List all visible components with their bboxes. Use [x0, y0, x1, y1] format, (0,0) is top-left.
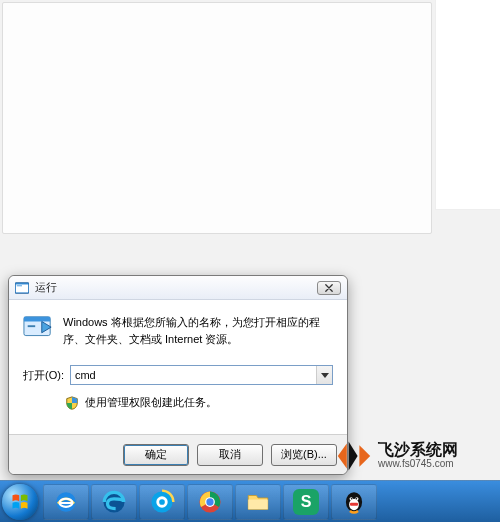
open-label: 打开(O):	[23, 368, 64, 383]
taskbar-item-explorer[interactable]	[235, 484, 281, 520]
side-panel	[435, 0, 500, 210]
wps-spreadsheet-icon: S	[293, 489, 319, 515]
cancel-button[interactable]: 取消	[197, 444, 263, 466]
taskbar-item-wps[interactable]: S	[283, 484, 329, 520]
run-program-icon	[23, 314, 53, 340]
run-dialog: 运行 Windows 将根据您所输入的名称，为您打开相应的程序、文件夹、文档或 …	[8, 275, 348, 475]
taskbar-item-qqbrowser[interactable]	[139, 484, 185, 520]
svg-rect-23	[350, 502, 358, 505]
svg-rect-2	[17, 285, 22, 286]
run-dialog-title: 运行	[35, 280, 317, 295]
svg-point-22	[356, 497, 358, 499]
taskbar: S	[0, 480, 500, 522]
file-explorer-icon	[245, 489, 271, 515]
start-button[interactable]	[2, 484, 38, 520]
open-input[interactable]	[70, 365, 333, 385]
svg-point-15	[206, 498, 213, 505]
edge-icon	[101, 489, 127, 515]
chrome-icon	[197, 489, 223, 515]
run-dialog-icon	[15, 281, 29, 295]
chevron-down-icon	[321, 373, 329, 378]
close-button[interactable]	[317, 281, 341, 295]
windows-logo-icon	[10, 492, 30, 512]
svg-rect-16	[248, 499, 268, 509]
svg-rect-5	[28, 325, 36, 327]
run-dialog-body: Windows 将根据您所输入的名称，为您打开相应的程序、文件夹、文档或 Int…	[9, 300, 347, 434]
qq-penguin-icon	[341, 489, 367, 515]
taskbar-item-qq[interactable]	[331, 484, 377, 520]
svg-point-21	[351, 497, 353, 499]
close-icon	[325, 284, 333, 292]
run-dialog-titlebar[interactable]: 运行	[9, 276, 347, 300]
background-window	[2, 2, 432, 234]
svg-point-12	[159, 499, 165, 505]
svg-rect-4	[24, 317, 50, 322]
taskbar-item-ie[interactable]	[43, 484, 89, 520]
run-dialog-description: Windows 将根据您所输入的名称，为您打开相应的程序、文件夹、文档或 Int…	[63, 314, 333, 347]
taskbar-item-chrome[interactable]	[187, 484, 233, 520]
uac-shield-icon	[65, 396, 79, 410]
ie-icon	[53, 489, 79, 515]
admin-note: 使用管理权限创建此任务。	[85, 395, 217, 410]
qqbrowser-icon	[149, 489, 175, 515]
ok-button[interactable]: 确定	[123, 444, 189, 466]
svg-rect-8	[60, 502, 73, 504]
browse-button[interactable]: 浏览(B)...	[271, 444, 337, 466]
dialog-button-row: 确定 取消 浏览(B)...	[9, 434, 347, 474]
taskbar-item-edge[interactable]	[91, 484, 137, 520]
open-input-dropdown[interactable]	[316, 366, 332, 384]
